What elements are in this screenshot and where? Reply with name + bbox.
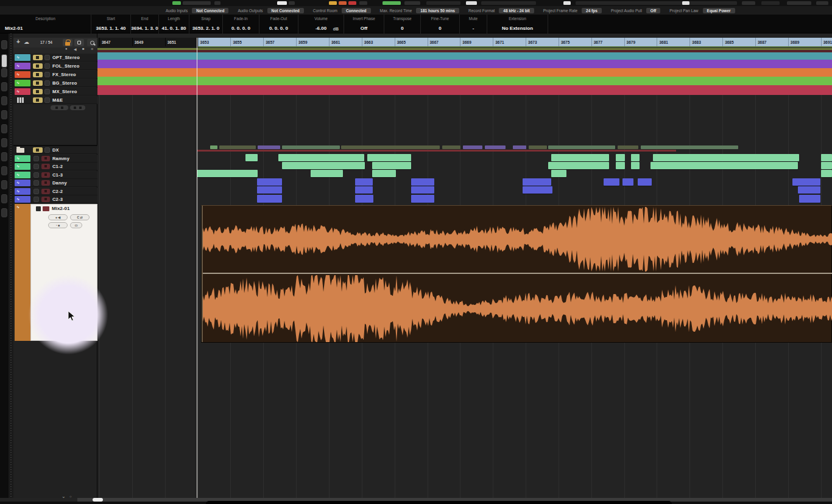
info-field-invert-phase[interactable]: Invert PhaseOff bbox=[344, 15, 384, 33]
stop-icon[interactable]: ■ bbox=[82, 47, 85, 51]
midi-event-danny[interactable] bbox=[523, 178, 551, 186]
toolbar-button[interactable] bbox=[576, 1, 737, 5]
toolbar-button[interactable] bbox=[339, 1, 347, 5]
midi-event-c1-3[interactable] bbox=[311, 170, 343, 177]
selected-track-control[interactable]: ▫ ■ bbox=[48, 222, 68, 228]
midi-event-c2-2[interactable] bbox=[523, 186, 552, 194]
midi-event-danny[interactable] bbox=[257, 178, 282, 186]
solo-button[interactable] bbox=[44, 147, 50, 153]
record-arm-button[interactable] bbox=[41, 164, 50, 169]
track-row-bg-stereo[interactable]: ∿BG_Stereo bbox=[13, 79, 97, 87]
record-arm-button[interactable] bbox=[41, 197, 50, 202]
audio-lane-stripe[interactable] bbox=[97, 60, 832, 68]
zone-strip-button[interactable] bbox=[1, 68, 7, 77]
zone-strip-button[interactable] bbox=[1, 82, 7, 91]
midi-event-c2-2[interactable] bbox=[798, 186, 820, 194]
toolbar-button[interactable] bbox=[183, 1, 211, 5]
zone-strip-button[interactable] bbox=[1, 166, 7, 175]
toolbar-button[interactable] bbox=[359, 1, 367, 5]
toolbar-button[interactable] bbox=[289, 1, 295, 5]
midi-event-c1-2[interactable] bbox=[650, 162, 798, 169]
solo-button[interactable] bbox=[44, 72, 50, 77]
midi-event-rammy[interactable] bbox=[367, 154, 411, 161]
track-row-c2-3[interactable]: ∿C2-3 bbox=[13, 195, 97, 203]
track-row-fx-stereo[interactable]: ∿FX_Stereo bbox=[13, 71, 97, 79]
info-field-volume[interactable]: dBVolume-6.00 bbox=[298, 15, 344, 33]
mute-button[interactable] bbox=[36, 206, 41, 211]
track-row-opt-stereo[interactable]: ∿OPT_Stereo bbox=[13, 54, 97, 61]
audio-lane-stripe[interactable] bbox=[97, 52, 832, 60]
track-row-danny[interactable]: ∿Danny bbox=[13, 179, 97, 187]
zone-strip-button[interactable] bbox=[1, 194, 7, 203]
toolbar-button[interactable] bbox=[816, 1, 828, 5]
status-item[interactable]: Max. Record Time181 hours 50 mins bbox=[380, 8, 459, 13]
record-arm-button[interactable] bbox=[41, 189, 50, 194]
track-color-block[interactable]: ∿ bbox=[15, 196, 30, 203]
midi-event-rammy[interactable] bbox=[631, 154, 640, 161]
group-track-controls[interactable] bbox=[70, 105, 85, 110]
mute-button[interactable] bbox=[33, 80, 43, 86]
midi-event-rammy[interactable] bbox=[616, 154, 625, 161]
event-left-edge[interactable] bbox=[202, 206, 203, 342]
status-item[interactable]: Audio OutputsNot Connected bbox=[238, 8, 303, 13]
zone-strip-button[interactable] bbox=[1, 124, 7, 133]
playhead[interactable] bbox=[197, 38, 198, 498]
track-color-block[interactable]: ∿ bbox=[15, 54, 30, 61]
selected-track-control[interactable]: C ⇄ bbox=[70, 214, 90, 220]
midi-event-c1-2[interactable] bbox=[616, 162, 625, 169]
mute-button[interactable] bbox=[33, 172, 39, 178]
midi-event-rammy[interactable] bbox=[245, 154, 258, 161]
list-icon[interactable]: ≡ bbox=[91, 47, 93, 51]
group-track-controls[interactable] bbox=[51, 105, 68, 110]
monitor-icon[interactable]: ◀ bbox=[74, 47, 77, 51]
status-item[interactable]: Project Audio PullOff bbox=[611, 8, 660, 13]
midi-event-c1-3[interactable] bbox=[372, 170, 396, 177]
toolbar-button[interactable] bbox=[214, 1, 220, 5]
toolbar-button[interactable] bbox=[404, 1, 420, 5]
solo-button[interactable] bbox=[44, 97, 50, 103]
status-item[interactable]: Control RoomConnected bbox=[313, 8, 371, 13]
toolbar-button[interactable] bbox=[682, 1, 689, 5]
mute-button[interactable] bbox=[33, 97, 43, 103]
midi-event-c1-2[interactable] bbox=[821, 162, 832, 169]
audio-lane-stripe[interactable] bbox=[97, 85, 832, 95]
selected-track-control[interactable]: ▭ bbox=[70, 222, 82, 228]
track-row-fol-stereo[interactable]: ∿FOL_Stereo bbox=[13, 62, 97, 70]
track-color-block[interactable]: ∿ bbox=[15, 172, 30, 178]
mute-button[interactable] bbox=[33, 89, 43, 94]
mute-button[interactable] bbox=[33, 164, 39, 169]
info-field-description[interactable]: DescriptionMix2-01 bbox=[0, 15, 91, 33]
track-row-dx[interactable]: DX bbox=[13, 146, 97, 154]
mute-button[interactable] bbox=[33, 189, 39, 194]
track-row-c1-3[interactable]: ∿C1-3 bbox=[13, 171, 97, 179]
track-color-block[interactable]: ∿ bbox=[15, 80, 30, 86]
record-arm-button[interactable] bbox=[41, 180, 50, 186]
track-row-mx-stereo[interactable]: ∿MX_Stereo bbox=[13, 88, 97, 96]
mute-button[interactable] bbox=[33, 147, 43, 153]
toolbar-button[interactable] bbox=[761, 1, 780, 5]
info-field-end[interactable]: End3694. 1. 3. 0 bbox=[131, 15, 159, 33]
info-field-fine-tune[interactable]: Fine-Tune0 bbox=[421, 15, 460, 33]
midi-event-c2-3[interactable] bbox=[257, 195, 282, 203]
mute-button[interactable] bbox=[33, 197, 39, 202]
keyboard-focus-button[interactable] bbox=[63, 39, 72, 46]
status-item[interactable]: Record Format48 kHz - 24 bit bbox=[468, 8, 534, 13]
status-item[interactable]: Audio InputsNot Connected bbox=[166, 8, 228, 13]
toolbar-button[interactable] bbox=[563, 1, 571, 5]
midi-event-c2-2[interactable] bbox=[257, 186, 282, 194]
track-color-block[interactable]: ∿ bbox=[15, 188, 30, 195]
track-color-block[interactable]: ∿ bbox=[15, 88, 30, 95]
audio-event-mix2-01[interactable] bbox=[201, 205, 832, 343]
solo-button[interactable] bbox=[44, 63, 50, 69]
midi-event-c2-2[interactable] bbox=[411, 186, 434, 194]
find-track-button[interactable] bbox=[87, 39, 97, 46]
midi-event-c2-3[interactable] bbox=[355, 195, 373, 203]
midi-event-c1-3[interactable] bbox=[197, 170, 258, 177]
zone-strip-button[interactable] bbox=[1, 110, 7, 119]
midi-event-c2-2[interactable] bbox=[355, 186, 373, 194]
solo-button[interactable] bbox=[44, 80, 50, 86]
info-field-transpose[interactable]: Transpose0 bbox=[384, 15, 421, 33]
midi-event-c2-3[interactable] bbox=[411, 195, 434, 203]
midi-event-danny[interactable] bbox=[411, 178, 434, 186]
midi-event-c1-3[interactable] bbox=[821, 170, 832, 177]
